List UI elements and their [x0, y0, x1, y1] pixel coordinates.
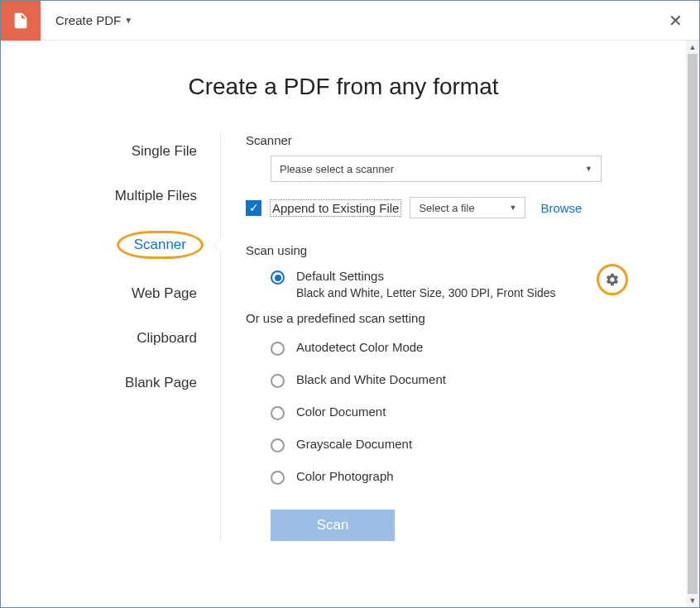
default-settings-text: Default Settings Black and White, Letter… [296, 269, 556, 299]
browse-link[interactable]: Browse [540, 201, 582, 215]
scanner-select-value: Please select a scanner [280, 163, 394, 175]
settings-gear-button[interactable] [597, 264, 628, 295]
scan-using-label: Scan using [246, 243, 636, 257]
color-document-label: Color Document [296, 405, 386, 419]
predef-radio-row: Black and White Document [271, 372, 636, 388]
file-select[interactable]: Select a file ▼ [410, 197, 525, 218]
file-select-value: Select a file [419, 202, 474, 214]
sidebar-item-multiple-files[interactable]: Multiple Files [108, 186, 204, 206]
main-panel: Scanner Please select a scanner ▼ ✓ Appe… [246, 133, 636, 541]
scroll-down-arrow-icon[interactable]: ▼ [686, 594, 699, 607]
app-icon-box [1, 1, 41, 41]
bw-document-label: Black and White Document [296, 372, 446, 386]
grayscale-document-label: Grayscale Document [296, 437, 412, 451]
color-photograph-radio[interactable] [271, 471, 285, 485]
color-photograph-label: Color Photograph [296, 469, 394, 483]
sidebar-item-clipboard[interactable]: Clipboard [130, 328, 204, 348]
close-button[interactable]: ✕ [669, 11, 683, 31]
scan-button[interactable]: Scan [271, 510, 395, 541]
scroll-up-arrow-icon[interactable]: ▲ [686, 41, 699, 54]
predef-radio-row: Color Document [271, 405, 636, 420]
predef-radio-row: Color Photograph [271, 469, 636, 485]
sidebar-item-blank-page[interactable]: Blank Page [118, 373, 204, 393]
default-settings-radio-row: Default Settings Black and White, Letter… [271, 269, 636, 299]
title-dropdown-caret-icon[interactable]: ▼ [124, 16, 132, 25]
append-row: ✓ Append to Existing File Select a file … [246, 197, 636, 218]
chevron-down-icon: ▼ [510, 203, 517, 212]
color-document-radio[interactable] [271, 406, 285, 420]
bw-document-radio[interactable] [271, 374, 285, 388]
two-column-layout: Single File Multiple Files Scanner Web P… [50, 133, 636, 541]
source-sidebar: Single File Multiple Files Scanner Web P… [50, 133, 204, 541]
vertical-scrollbar[interactable]: ▲ ▼ [686, 41, 699, 607]
sidebar-item-single-file[interactable]: Single File [125, 141, 204, 161]
default-settings-radio[interactable] [271, 270, 285, 285]
document-icon [12, 12, 30, 30]
vertical-divider [220, 133, 221, 541]
autodetect-label: Autodetect Color Mode [296, 340, 423, 354]
predef-radio-row: Grayscale Document [271, 437, 636, 452]
predefined-label: Or use a predefined scan setting [246, 311, 636, 325]
default-settings-label: Default Settings [296, 269, 556, 283]
titlebar: Create PDF ▼ ✕ [1, 1, 699, 41]
scanner-select[interactable]: Please select a scanner ▼ [271, 156, 602, 182]
default-settings-desc: Black and White, Letter Size, 300 DPI, F… [296, 286, 556, 299]
content: Create a PDF from any format Single File… [1, 41, 686, 607]
grayscale-document-radio[interactable] [271, 438, 285, 452]
scroll-thumb[interactable] [688, 54, 698, 594]
create-pdf-window: Create PDF ▼ ✕ Create a PDF from any for… [0, 0, 700, 608]
window-title[interactable]: Create PDF [55, 13, 121, 27]
append-checkbox[interactable]: ✓ [246, 200, 261, 216]
gear-icon [605, 272, 620, 287]
scanner-section-label: Scanner [246, 133, 636, 147]
page-heading: Create a PDF from any format [50, 74, 636, 100]
append-label[interactable]: Append to Existing File [270, 199, 401, 217]
body-area: Create a PDF from any format Single File… [1, 41, 699, 607]
predef-radio-row: Autodetect Color Mode [271, 340, 636, 356]
sidebar-item-web-page[interactable]: Web Page [125, 284, 204, 304]
sidebar-item-scanner[interactable]: Scanner [117, 231, 204, 259]
autodetect-radio[interactable] [271, 342, 285, 356]
chevron-down-icon: ▼ [585, 165, 592, 173]
